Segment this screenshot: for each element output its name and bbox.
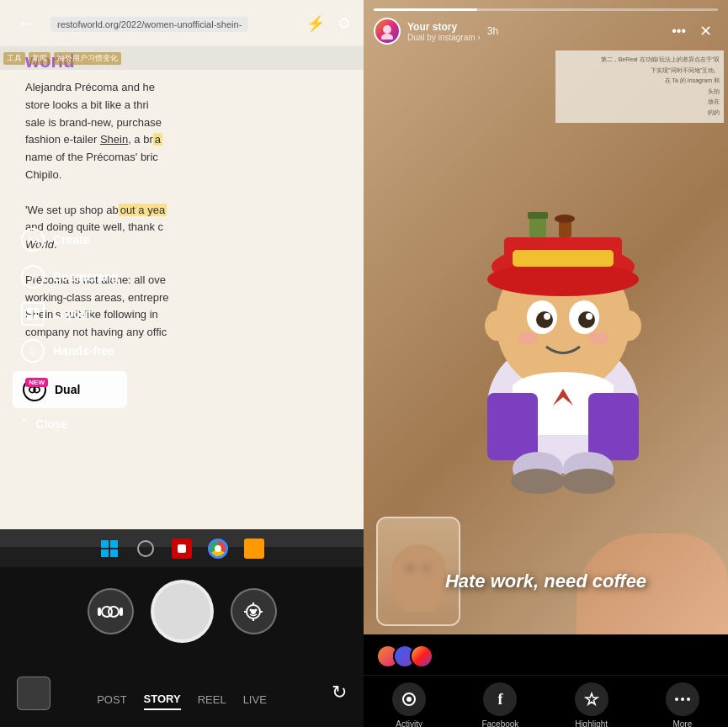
browser-toolbar: 工具 新闻 海外用户习惯变化 — [0, 46, 364, 70]
new-badge: NEW — [25, 378, 48, 387]
svg-point-28 — [544, 313, 550, 320]
svg-point-31 — [588, 332, 608, 345]
taskbar-app2 — [242, 537, 266, 560]
story-action-buttons: Activity f Facebook Highlight — [364, 675, 728, 727]
svg-rect-38 — [588, 393, 639, 460]
story-user-row: Your story Dual by instagram › 3h ••• ✕ — [364, 11, 728, 51]
viewer-avatar-3 — [410, 645, 433, 668]
svg-point-26 — [536, 311, 553, 328]
svg-point-41 — [511, 469, 565, 494]
story-panel: 第二，BeReal 在功能/玩法上的差异点在于"双 下实现"同时不同地"互动。 … — [364, 0, 728, 727]
camera-mode-menu: Aa Create ∞ Boomerang Layout ◎ Hands-fre… — [13, 223, 127, 437]
boomerang-icon: ∞ — [21, 265, 45, 289]
facebook-button[interactable]: f Facebook — [470, 682, 529, 727]
story-top-bar: Your story Dual by instagram › 3h ••• ✕ — [364, 0, 728, 51]
more-icon-circle — [666, 682, 699, 716]
boomerang-label: Boomerang — [53, 270, 119, 284]
create-icon: Aa — [21, 228, 45, 252]
reel-tab[interactable]: REEL — [198, 690, 226, 709]
svg-rect-1 — [34, 308, 39, 313]
svg-point-48 — [381, 34, 393, 40]
toolbar-item: 工具 — [3, 52, 25, 65]
dual-label: Dual — [55, 383, 80, 396]
svg-point-29 — [586, 313, 592, 320]
story-user-info: Your story Dual by instagram › 3h — [374, 18, 498, 45]
story-tab[interactable]: STORY — [144, 689, 181, 710]
camera-controls: POST STORY REEL LIVE — [0, 567, 364, 727]
highlight-label: Highlight — [575, 719, 608, 727]
windows-taskbar — [0, 529, 364, 567]
more-button[interactable]: More — [653, 682, 712, 727]
story-viewer-row — [364, 634, 728, 675]
svg-point-17 — [255, 608, 258, 611]
layout-label: Layout — [53, 307, 92, 321]
svg-rect-0 — [27, 308, 32, 313]
live-tab[interactable]: LIVE — [243, 690, 267, 709]
activity-icon-circle — [392, 682, 426, 716]
svg-point-42 — [561, 469, 615, 494]
flash-button[interactable]: ⚡ — [306, 14, 325, 33]
story-bottom-bar: Activity f Facebook Highlight — [364, 634, 728, 727]
highlight-button[interactable]: Highlight — [562, 682, 621, 727]
story-close-button[interactable]: ✕ — [693, 19, 718, 44]
activity-button[interactable]: Activity — [380, 682, 438, 727]
svg-point-32 — [485, 310, 510, 341]
handsfree-menu-item[interactable]: ◎ Hands-free — [13, 334, 127, 368]
svg-rect-9 — [120, 608, 123, 616]
close-menu-item[interactable]: ^ Close — [13, 411, 127, 437]
viewer-avatars — [376, 645, 433, 668]
effect-button-1[interactable] — [88, 588, 134, 634]
more-label: More — [672, 719, 692, 727]
svg-point-52 — [681, 698, 684, 701]
svg-point-16 — [250, 608, 252, 611]
camera-buttons-row — [17, 580, 347, 643]
story-more-button[interactable]: ••• — [672, 24, 686, 39]
boomerang-menu-item[interactable]: ∞ Boomerang — [13, 260, 127, 294]
svg-point-46 — [555, 215, 575, 223]
settings-button[interactable]: ⚙ — [337, 14, 351, 33]
svg-rect-3 — [34, 315, 39, 320]
story-user-text: Your story Dual by instagram › — [407, 21, 481, 42]
svg-point-50 — [407, 697, 412, 702]
svg-point-22 — [487, 263, 639, 296]
dual-icon-wrapper: NEW — [23, 378, 46, 401]
flip-camera-button[interactable]: ↻ — [332, 682, 347, 703]
dual-menu-item[interactable]: NEW Dual — [13, 371, 127, 408]
create-menu-item[interactable]: Aa Create — [13, 223, 127, 257]
svg-point-27 — [578, 311, 595, 328]
svg-point-30 — [518, 332, 538, 345]
activity-label: Activity — [396, 719, 422, 727]
svg-point-51 — [675, 698, 678, 701]
story-time: 3h — [487, 25, 498, 37]
svg-rect-43 — [529, 216, 546, 237]
story-caption-text: Hate work, need coffee — [445, 570, 646, 592]
story-sublabel: Dual by instagram › — [407, 33, 481, 42]
svg-point-33 — [616, 310, 641, 341]
shutter-button[interactable] — [151, 580, 214, 643]
svg-rect-23 — [513, 250, 614, 267]
taskbar-app1 — [170, 537, 194, 560]
back-button[interactable]: ← — [13, 10, 40, 37]
svg-point-47 — [383, 25, 391, 34]
toolbar-item: 海外用户习惯变化 — [54, 52, 121, 65]
layout-menu-item[interactable]: Layout — [13, 297, 127, 331]
create-label: Create — [53, 233, 90, 247]
facebook-icon-circle: f — [483, 682, 517, 716]
search-taskbar-icon — [134, 537, 157, 560]
svg-rect-2 — [27, 315, 32, 320]
toolbar-item: 新闻 — [29, 52, 50, 65]
toy-svg — [428, 170, 698, 523]
svg-rect-44 — [528, 212, 548, 219]
story-caption-area: Hate work, need coffee — [364, 570, 728, 592]
svg-rect-37 — [487, 393, 538, 460]
handsfree-icon: ◎ — [21, 339, 45, 363]
chrome-icon — [206, 537, 230, 560]
facebook-f-icon: f — [497, 691, 502, 708]
layout-icon — [21, 302, 45, 326]
facebook-label: Facebook — [481, 719, 518, 727]
svg-rect-45 — [559, 220, 571, 237]
effect-button-2[interactable] — [231, 588, 277, 634]
gallery-thumbnail[interactable] — [17, 677, 50, 710]
post-tab[interactable]: POST — [97, 690, 126, 709]
close-label: Close — [36, 417, 68, 431]
